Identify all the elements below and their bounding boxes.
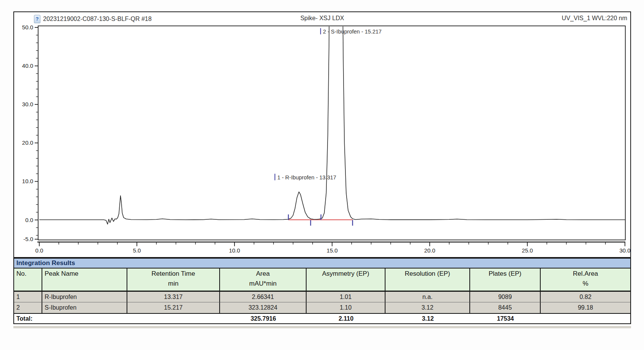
cell-no: 1 (14, 292, 42, 302)
col-header-area: AreamAU*min (220, 268, 307, 291)
cell-peak-name: R-Ibuprofen (42, 292, 127, 302)
col-header-rel-area: Rel.Area% (541, 268, 630, 291)
peak-label-2: 2 - S-Ibuprofen - 15.217 (323, 29, 382, 35)
table-title: Integration Results (14, 259, 630, 268)
col-header-peak-name: Peak Name (42, 268, 127, 291)
chromatogram-report-page: Spike- XSJ LDX ? 20231219002-C087-130-S-… (0, 0, 644, 350)
cell-area: 2.66341 (220, 292, 307, 302)
cell-retention: 15.217 (127, 302, 220, 313)
x-axis-tick-label: 15.0 (326, 247, 337, 254)
col-header-plates: Plates (EP) (470, 268, 541, 291)
cell-rel-area: 0.82 (541, 292, 630, 302)
cell-area: 323.12824 (220, 302, 307, 313)
x-axis-tick-label: 20.0 (424, 247, 435, 254)
chromatogram-plot: 0.05.010.015.020.025.030.0-5.00.010.020.… (14, 12, 630, 257)
x-axis-tick-label: 5.0 (133, 247, 141, 254)
cell-plates: 8445 (470, 302, 541, 313)
cell-retention: 13.317 (127, 292, 220, 302)
y-axis-tick-label: -5.0 (23, 236, 33, 242)
chromatogram-panel: Spike- XSJ LDX ? 20231219002-C087-130-S-… (13, 11, 631, 258)
table-row-peak-1: 1 R-Ibuprofen 13.317 2.66341 1.01 n.a. 9… (14, 292, 630, 302)
cell-peak-name: S-Ibuprofen (42, 302, 127, 313)
peak-label-1: 1 - R-Ibuprofen - 13.317 (277, 174, 336, 181)
cell-no: 2 (14, 302, 42, 313)
injection-vial-icon: ? (34, 15, 40, 23)
col-header-retention-time: Retention Timemin (127, 268, 220, 291)
total-resolution: 3.12 (385, 314, 470, 323)
cell-rel-area: 99.18 (541, 302, 630, 313)
x-axis-tick-label: 0.0 (35, 247, 43, 254)
integration-results-table: Integration Results No. Peak Name Retent… (13, 258, 631, 324)
total-asymmetry: 2.110 (307, 314, 385, 323)
cell-resolution: 3.12 (385, 302, 470, 313)
injection-id-group: ? 20231219002-C087-130-S-BLF-QR #18 (34, 15, 152, 23)
total-plates: 17534 (470, 314, 541, 323)
table-bottom-strip (13, 326, 631, 328)
injection-id: 20231219002-C087-130-S-BLF-QR #18 (43, 16, 152, 22)
y-axis-tick-label: 0.0 (25, 217, 33, 223)
total-area: 325.7916 (220, 314, 307, 323)
y-axis-tick-label: 30.0 (22, 101, 33, 107)
x-axis-tick-label: 10.0 (229, 247, 240, 254)
x-axis-tick-label: 25.0 (522, 247, 533, 254)
table-row-peak-2: 2 S-Ibuprofen 15.217 323.12824 1.10 3.12… (14, 302, 630, 313)
y-axis-tick-label: 10.0 (22, 178, 33, 184)
col-header-resolution: Resolution (EP) (385, 268, 470, 291)
cell-asymmetry: 1.10 (307, 302, 385, 313)
y-axis-tick-label: 20.0 (22, 139, 33, 146)
chromatogram-trace (39, 12, 629, 224)
col-header-asymmetry: Asymmetry (EP) (307, 268, 385, 291)
detector-channel-label: UV_VIS_1 WVL:220 nm (562, 15, 627, 22)
chart-header: Spike- XSJ LDX ? 20231219002-C087-130-S-… (14, 12, 630, 26)
col-header-no: No. (14, 268, 42, 291)
table-total-row: Total: 325.7916 2.110 3.12 17534 (14, 313, 630, 323)
cell-plates: 9089 (470, 292, 541, 302)
cell-resolution: n.a. (385, 292, 470, 302)
cell-asymmetry: 1.01 (307, 292, 385, 302)
plot-area (38, 26, 625, 240)
total-label: Total: (14, 314, 42, 323)
x-axis-tick-label: 30.0 (619, 247, 630, 254)
y-axis-tick-label: 40.0 (22, 62, 33, 69)
table-header-row: No. Peak Name Retention Timemin AreamAU*… (14, 268, 630, 292)
